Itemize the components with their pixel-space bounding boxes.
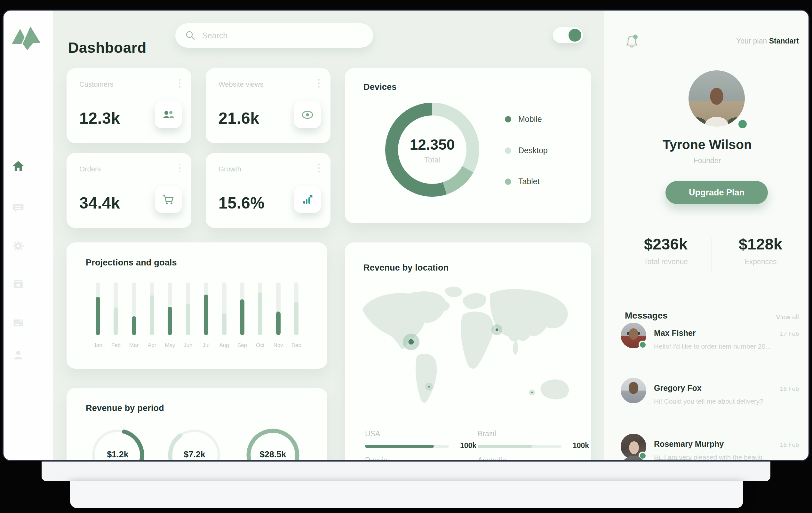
stacked-page-back-1 xyxy=(41,461,771,481)
revenue-ring-3: $28.5k xyxy=(246,428,300,461)
more-menu-icon[interactable] xyxy=(178,79,180,88)
stat-card-website-views: Website views 21.6k xyxy=(206,68,330,143)
map-marker-russia xyxy=(491,324,502,335)
profile-name: Tyrone Wilson xyxy=(604,137,809,152)
bar-jun: Jun xyxy=(182,282,195,356)
stat-label: Website views xyxy=(219,80,263,89)
avatar xyxy=(621,378,646,403)
stage: Dashboard Customers 12.3k Website views … xyxy=(0,0,812,513)
bar-feb: Feb xyxy=(109,282,122,356)
message-sender: Rosemary Murphy xyxy=(654,440,724,449)
location-value: 100k xyxy=(460,441,476,450)
card-icon xyxy=(12,316,24,330)
online-status-dot xyxy=(639,341,647,349)
stacked-page-back-2 xyxy=(70,481,743,508)
search-icon xyxy=(185,30,196,41)
revenue-ring-2: $7.2k xyxy=(167,428,222,461)
search-bar[interactable] xyxy=(175,23,373,48)
stat-label: Customers xyxy=(79,80,113,89)
sidebar-item-home[interactable] xyxy=(12,160,25,173)
notification-dot xyxy=(633,34,638,39)
map-marker-usa xyxy=(403,334,419,350)
bar-sep: Sep xyxy=(236,282,249,356)
app-window: Dashboard Customers 12.3k Website views … xyxy=(3,9,809,461)
search-input[interactable] xyxy=(202,31,356,41)
projections-bar-chart: JanFebMarAprMayJunJulAugSepOctNovDec xyxy=(91,282,303,356)
projections-card: Projections and goals JanFebMarAprMayJun… xyxy=(66,242,327,369)
divider xyxy=(712,238,712,272)
legend-item-tablet: Tablet xyxy=(505,177,540,186)
growth-icon xyxy=(294,186,321,213)
settings-icon xyxy=(12,240,24,253)
world-map xyxy=(350,279,586,421)
toggle-knob xyxy=(569,29,581,41)
sidebar-item-settings[interactable] xyxy=(12,240,25,253)
legend-item-desktop: Desktop xyxy=(505,146,548,155)
online-status-dot xyxy=(737,119,748,129)
bar-nov: Nov xyxy=(272,282,285,356)
bar-dec: Dec xyxy=(290,282,303,356)
legend-label: Desktop xyxy=(518,146,548,155)
location-bar-usa xyxy=(365,445,449,448)
legend-label: Mobile xyxy=(518,115,542,124)
expences-label: Expences xyxy=(716,258,805,266)
sidebar xyxy=(3,10,53,460)
ring-value: $7.2k xyxy=(167,450,222,460)
ring-value: $28.5k xyxy=(246,450,300,460)
message-date: 16 Feb xyxy=(780,385,799,392)
legend-item-mobile: Mobile xyxy=(505,115,542,124)
bar-apr: Apr xyxy=(146,282,158,356)
stat-card-growth: Growth 15.6% xyxy=(206,153,330,228)
message-sender-clipped xyxy=(654,460,692,461)
chat-icon xyxy=(12,202,24,215)
bell-icon[interactable] xyxy=(625,34,639,50)
message-date: 17 Feb xyxy=(780,330,799,337)
view-all-link[interactable]: View all xyxy=(776,313,799,321)
bar-jan: Jan xyxy=(91,282,104,356)
stat-card-customers: Customers 12.3k xyxy=(66,68,191,143)
plan-value: Standart xyxy=(769,37,799,45)
app-logo xyxy=(11,26,40,52)
page-title: Dashboard xyxy=(68,39,147,56)
revenue-location-card: Revenue by location xyxy=(345,242,591,461)
map-marker-brazil xyxy=(425,383,433,391)
revenue-ring-1: $1.2k xyxy=(91,428,145,461)
ring-value: $1.2k xyxy=(91,450,145,460)
total-revenue-value: $236k xyxy=(621,235,710,253)
location-value: 100k xyxy=(573,441,589,450)
bar-oct: Oct xyxy=(254,282,266,356)
more-menu-icon[interactable] xyxy=(178,164,180,172)
location-country: USA xyxy=(365,429,380,438)
more-menu-icon[interactable] xyxy=(318,164,320,172)
projections-title: Projections and goals xyxy=(86,258,177,268)
total-revenue-label: Total revenue xyxy=(621,258,710,266)
bar-aug: Aug xyxy=(218,282,231,356)
bar-mar: Mar xyxy=(128,282,141,356)
devices-total-label: Total xyxy=(383,156,482,164)
sidebar-item-profile[interactable] xyxy=(12,349,25,362)
sidebar-item-chat[interactable] xyxy=(12,202,25,215)
profile-icon xyxy=(12,349,24,362)
theme-toggle[interactable] xyxy=(553,27,583,43)
stat-value: 34.4k xyxy=(79,194,120,212)
sidebar-item-card[interactable] xyxy=(12,317,25,330)
more-menu-icon[interactable] xyxy=(318,79,320,88)
stat-card-orders: Orders 34.4k xyxy=(66,153,191,228)
message-date: 16 Feb xyxy=(780,441,799,448)
sidebar-item-wallet[interactable] xyxy=(12,278,25,291)
devices-card: Devices 12.350 Total Mobile Desktop xyxy=(345,68,591,223)
wallet-icon xyxy=(12,278,24,292)
upgrade-plan-button[interactable]: Upgrade Plan xyxy=(665,181,768,204)
stat-label: Orders xyxy=(79,165,101,173)
stat-value: 12.3k xyxy=(79,109,120,128)
profile-avatar[interactable] xyxy=(689,70,745,127)
revenue-period-card: Revenue by period $1.2k $7.2k xyxy=(66,388,327,461)
people-icon xyxy=(155,101,182,128)
location-bar-brazil xyxy=(478,445,561,448)
location-country: Brazil xyxy=(478,429,496,438)
message-sender: Gregory Fox xyxy=(654,384,702,393)
message-sender: Max Fisher xyxy=(654,328,696,338)
map-marker-australia xyxy=(529,390,535,395)
message-preview: Hello! I'd like to order item number 20.… xyxy=(654,342,795,350)
stat-value: 21.6k xyxy=(219,109,259,128)
